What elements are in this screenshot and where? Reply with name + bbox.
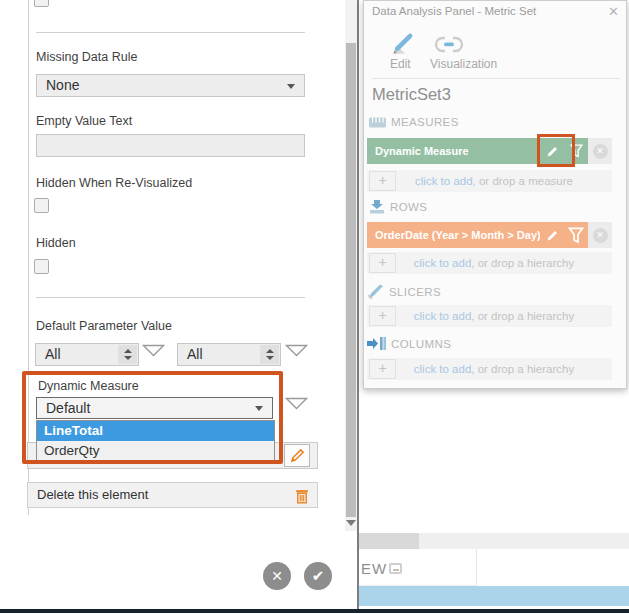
remove-x-icon: ✕ (593, 144, 608, 159)
empty-value-text-input[interactable] (36, 134, 305, 157)
chip-filter-funnel-icon[interactable] (564, 138, 588, 164)
remove-x-icon: ✕ (593, 228, 608, 243)
columns-icon (367, 337, 386, 350)
section-divider (36, 297, 305, 298)
delete-element-button[interactable]: Delete this element (27, 482, 318, 508)
plus-icon[interactable]: + (369, 171, 396, 191)
default-parameter-value-label: Default Parameter Value (36, 319, 172, 333)
spinner-arrows-icon[interactable] (260, 345, 279, 364)
dropdown-option-linetotal[interactable]: LineTotal (37, 421, 274, 441)
row-chip-orderdate[interactable]: OrderDate (Year > Month > Day) ✕ (367, 222, 612, 248)
edit-button[interactable] (389, 31, 415, 57)
view-tab[interactable]: EW (359, 549, 477, 586)
screen: Missing Data Rule None Empty Value Text … (0, 0, 629, 614)
visualization-button-label: Visualization (430, 57, 497, 71)
metric-set-name: MetricSet3 (372, 85, 451, 104)
parameter-dropdown-triangle-icon[interactable] (142, 344, 165, 357)
add-measure-row[interactable]: + click to add, or drop a measure (367, 170, 612, 192)
parameter-dropdown-triangle-icon[interactable] (285, 344, 308, 357)
plus-icon[interactable]: + (369, 359, 396, 379)
chip-edit-pencil-icon[interactable] (540, 222, 564, 248)
click-to-add-link[interactable]: click to add (415, 175, 473, 187)
canvas-selection-area (359, 586, 629, 606)
missing-data-rule-label: Missing Data Rule (36, 50, 137, 64)
trash-icon (295, 488, 309, 504)
chevron-down-icon (287, 84, 295, 89)
panel-title: Data Analysis Panel - Metric Set (372, 5, 536, 17)
section-header-measures: MEASURES (369, 116, 459, 128)
pencil-icon (290, 448, 305, 463)
missing-data-rule-value: None (46, 77, 79, 93)
chip-filter-funnel-icon[interactable] (564, 222, 588, 248)
edit-button-label: Edit (390, 57, 411, 71)
chip-remove-button[interactable]: ✕ (588, 222, 612, 248)
visualization-link-icon (434, 35, 464, 55)
missing-data-rule-select[interactable]: None (36, 74, 305, 97)
window-icon (389, 563, 402, 574)
visualization-button[interactable] (434, 35, 464, 55)
canvas-left-edge (357, 0, 359, 611)
section-label: MEASURES (391, 116, 459, 128)
add-column-row[interactable]: + click to add, or drop a hierarchy (367, 358, 612, 380)
add-slicer-row[interactable]: + click to add, or drop a hierarchy (367, 305, 612, 327)
chip-label: Dynamic Measure (367, 138, 540, 164)
dynamic-measure-dropdown-triangle-icon[interactable] (285, 397, 308, 410)
checkbox-partial-top[interactable] (34, 0, 49, 7)
hidden-label: Hidden (36, 236, 76, 250)
add-row-hierarchy-row[interactable]: + click to add, or drop a hierarchy (367, 252, 612, 274)
edit-pencil-button[interactable] (284, 444, 310, 467)
dynamic-measure-select[interactable]: Default (36, 397, 273, 419)
dynamic-measure-selected-value: Default (46, 400, 90, 416)
add-hierarchy-text: click to add, or drop a hierarchy (396, 363, 612, 375)
measure-chip-dynamic-measure[interactable]: Dynamic Measure ✕ (367, 138, 612, 164)
cancel-x-icon: ✕ (271, 568, 283, 584)
add-hierarchy-text: click to add, or drop a hierarchy (396, 310, 612, 322)
scrollbar-thumb[interactable] (346, 43, 356, 517)
confirm-button[interactable]: ✔ (304, 562, 332, 590)
add-measure-text: click to add, or drop a measure (396, 175, 612, 187)
canvas-bottom-bar (0, 609, 629, 613)
section-divider (36, 32, 305, 33)
edit-pencil-icon (389, 31, 415, 57)
empty-value-text-label: Empty Value Text (36, 114, 132, 128)
plus-icon[interactable]: + (369, 253, 396, 273)
section-label: ROWS (390, 201, 427, 213)
parameter-value-1: All (45, 346, 61, 362)
plus-icon[interactable]: + (369, 306, 396, 326)
add-rest-text: , or drop a hierarchy (471, 363, 574, 375)
window-icon-dash (393, 569, 399, 571)
confirm-check-icon: ✔ (312, 567, 325, 584)
hidden-when-revisualized-label: Hidden When Re-Visualized (36, 176, 192, 190)
properties-panel-border (28, 0, 29, 515)
rows-icon (369, 200, 385, 214)
panel-divider (372, 78, 620, 79)
chevron-down-icon (255, 406, 263, 411)
delete-element-label: Delete this element (37, 487, 148, 502)
chip-remove-button[interactable]: ✕ (588, 138, 612, 164)
click-to-add-link[interactable]: click to add (414, 363, 472, 375)
parameter-value-spinner-1[interactable]: All (35, 343, 139, 366)
hidden-checkbox[interactable] (34, 259, 49, 274)
add-rest-text: , or drop a hierarchy (471, 257, 574, 269)
section-header-rows: ROWS (369, 200, 427, 214)
dynamic-measure-label: Dynamic Measure (38, 379, 139, 393)
add-hierarchy-text: click to add, or drop a hierarchy (396, 257, 612, 269)
spinner-arrows-icon[interactable] (118, 345, 137, 364)
scrollbar-down-arrow-icon[interactable] (346, 520, 356, 526)
cancel-button[interactable]: ✕ (263, 562, 291, 590)
click-to-add-link[interactable]: click to add (414, 310, 472, 322)
close-icon[interactable]: ✕ (608, 4, 619, 19)
chip-edit-pencil-icon[interactable] (540, 138, 564, 164)
view-tab-label: EW (361, 560, 387, 577)
section-header-columns: COLUMNS (367, 337, 451, 350)
section-label: COLUMNS (391, 338, 451, 350)
chip-label: OrderDate (Year > Month > Day) (367, 222, 540, 248)
click-to-add-link[interactable]: click to add (414, 257, 472, 269)
parameter-value-2: All (187, 346, 203, 362)
section-header-slicers: SLICERS (367, 284, 441, 300)
slicers-icon (367, 284, 384, 300)
parameter-value-spinner-2[interactable]: All (177, 343, 281, 366)
hidden-when-revisualized-checkbox[interactable] (34, 198, 49, 213)
measures-ruler-icon (369, 117, 386, 128)
dropdown-option-orderqty[interactable]: OrderQty (37, 441, 274, 461)
